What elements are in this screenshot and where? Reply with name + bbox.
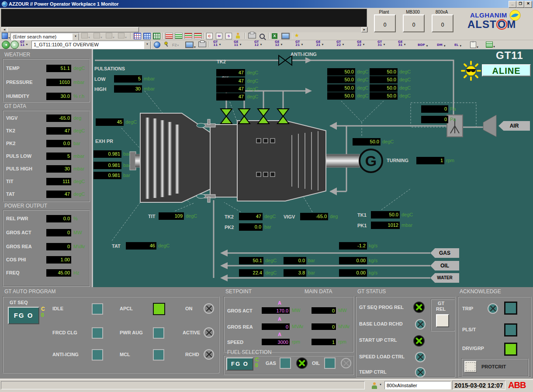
application-grid-icon[interactable] xyxy=(153,33,160,39)
speed-load-ctrl-indicator-icon xyxy=(415,352,426,362)
forward-button[interactable] xyxy=(10,41,19,49)
event-list-mixed-icon-1[interactable] xyxy=(184,33,192,39)
start-up-ctrl-indicator-icon xyxy=(413,335,425,347)
gros-act-setpoint[interactable]: 170.0 xyxy=(261,307,290,314)
weather-humidity-value: 30.0 xyxy=(46,93,71,100)
aline-status-badge[interactable]: ALINE xyxy=(482,64,531,76)
air-button[interactable]: AIR xyxy=(498,121,530,131)
pwr-aug-checkbox[interactable] xyxy=(153,327,164,339)
pulsations-title: PULSATIONS xyxy=(94,66,125,71)
gas-select-checkbox[interactable] xyxy=(280,357,291,369)
counter-label-plant: Plant xyxy=(374,10,394,14)
plant-alarm-counter-button[interactable]: 0 xyxy=(374,14,396,32)
reference-display-icon[interactable] xyxy=(185,42,196,48)
weather-humidity-label: HUMIDITY xyxy=(6,94,29,99)
pk2-value: 0.0 xyxy=(239,223,263,231)
unit-dropdown-ge21[interactable]: GE21 xyxy=(316,41,324,47)
unit-dropdown-ge22[interactable]: GE22 xyxy=(357,41,365,47)
print-display-icon[interactable] xyxy=(198,42,206,48)
pin-display-icon[interactable] xyxy=(163,41,169,48)
alarm-band-scrollbar[interactable] xyxy=(1,27,368,33)
doc-icon-c[interactable]: C xyxy=(206,33,213,39)
apcl-checkbox[interactable] xyxy=(153,303,165,315)
doc-icon-s[interactable]: S xyxy=(225,33,232,39)
filter-dp-value-1: 0 xyxy=(421,105,448,113)
table-view-icon[interactable] xyxy=(143,33,151,39)
user-dropdown-icon[interactable]: ▼ xyxy=(379,383,382,386)
gros-rea-setpoint[interactable]: 0 xyxy=(261,323,290,330)
gt-puls-high-value: 30 xyxy=(46,165,71,173)
workspace-icon[interactable] xyxy=(134,33,141,39)
unit-dropdown-gt11[interactable]: GT11 xyxy=(213,41,221,47)
oil-button[interactable]: OIL xyxy=(430,261,459,271)
inlet-temp-value: 45 xyxy=(96,118,124,126)
display-selector-dropdown-icon[interactable] xyxy=(144,41,151,49)
alarm-list-green-icon[interactable] xyxy=(175,33,183,39)
weather-temp-label: TEMP xyxy=(6,66,20,71)
unit-dropdown-ge12[interactable]: GE12 xyxy=(275,41,283,47)
minimize-button[interactable] xyxy=(509,1,516,8)
idle-checkbox[interactable] xyxy=(92,303,103,315)
gt-rel-button[interactable] xyxy=(436,314,449,327)
unit-dropdown-gt12[interactable]: GT12 xyxy=(254,41,262,47)
current-user-field[interactable] xyxy=(384,381,451,389)
protcrit-ack-square[interactable] xyxy=(464,361,477,372)
doc-icon-m[interactable]: M xyxy=(216,33,222,39)
trip-ack-checkbox[interactable] xyxy=(504,302,517,315)
find-icon[interactable] xyxy=(260,34,265,40)
tat-value: 46 xyxy=(126,242,156,250)
search-combobox[interactable] xyxy=(10,33,80,41)
list-dropdown-icon[interactable] xyxy=(486,42,495,48)
scroll-right-icon[interactable] xyxy=(361,27,367,32)
oil-select-checkbox[interactable] xyxy=(324,357,336,369)
event-list-mixed-icon-2[interactable] xyxy=(194,33,202,39)
mb300-alarm-counter-button[interactable]: 0 xyxy=(403,14,425,32)
gas-button[interactable]: GAS xyxy=(430,248,459,258)
scroll-left-icon[interactable] xyxy=(1,27,7,32)
scrollbar-thumb[interactable] xyxy=(7,27,139,32)
unit-dropdown-gt21[interactable]: GT21 xyxy=(295,41,303,47)
unit-dropdown-gt22[interactable]: GT22 xyxy=(336,41,344,47)
close-button[interactable] xyxy=(524,1,532,8)
favorites-icon[interactable] xyxy=(294,32,299,39)
anti-icing-checkbox[interactable] xyxy=(92,349,103,361)
current-unit-dropdown[interactable]: GT11 xyxy=(20,41,28,47)
protcrit-button[interactable]: PROTCRIT xyxy=(461,358,529,377)
maximize-button[interactable] xyxy=(516,1,524,8)
frcd-clg-checkbox[interactable] xyxy=(92,327,103,339)
plst-ack-checkbox[interactable] xyxy=(504,323,517,336)
alarm-list-red-icon[interactable] xyxy=(165,33,173,39)
unit-dropdown-el[interactable]: EL xyxy=(454,42,462,48)
speed-setpoint[interactable]: 3000 xyxy=(261,338,290,346)
unit-dropdown-ge11[interactable]: GE11 xyxy=(234,41,242,47)
notes-dropdown-icon[interactable] xyxy=(470,42,479,48)
generator-letter: G xyxy=(365,153,377,169)
display-selector-combobox[interactable] xyxy=(31,41,151,49)
search-input[interactable] xyxy=(12,34,74,40)
display-selector-input[interactable] xyxy=(33,42,145,48)
excel-export-icon[interactable] xyxy=(272,33,277,39)
user-icon xyxy=(371,382,377,389)
fuel-fg-button[interactable]: FG O xyxy=(226,357,253,371)
drv-grp-ack-checkbox[interactable] xyxy=(504,343,517,356)
printer-icon[interactable] xyxy=(248,33,256,39)
aspect-browser-icon[interactable] xyxy=(2,33,10,39)
point-of-control-icon[interactable] xyxy=(154,42,160,48)
anti-icing-valve[interactable] xyxy=(279,56,292,65)
generator-symbol[interactable]: G xyxy=(360,149,382,172)
800xa-alarm-counter-button[interactable]: 0 xyxy=(432,14,453,32)
unit-dropdown-bop[interactable]: BOP xyxy=(418,42,428,48)
weather-temp-value: 51.1 xyxy=(46,65,71,72)
unit-dropdown-ge31[interactable]: GE31 xyxy=(398,41,406,47)
gt-seq-fg-button[interactable]: FG O xyxy=(8,307,39,324)
display-icon[interactable] xyxy=(281,33,290,39)
mcl-checkbox[interactable] xyxy=(153,349,164,361)
water-button[interactable]: WATER xyxy=(430,273,459,283)
back-button[interactable] xyxy=(2,41,10,49)
operator-note-icon[interactable] xyxy=(235,33,241,39)
gt-overview-diagram: G GT11 xyxy=(93,49,533,287)
unit-dropdown-dm[interactable]: DM xyxy=(437,42,446,48)
unit-dropdown-gt31[interactable]: GT31 xyxy=(377,41,385,47)
gros-act-actual: 0 xyxy=(311,307,336,314)
gros-rea-actual: 0 xyxy=(311,323,336,330)
